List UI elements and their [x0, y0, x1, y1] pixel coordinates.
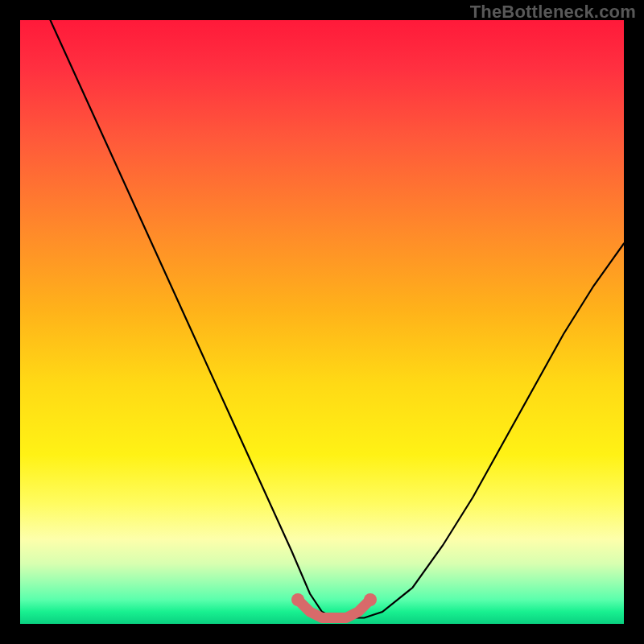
optimal-endpoint-dot — [291, 593, 304, 606]
watermark-text: TheBottleneck.com — [470, 2, 636, 23]
bottleneck-curve-path — [51, 20, 625, 618]
chart-svg — [20, 20, 624, 624]
plot-area — [20, 20, 624, 624]
optimal-endpoint-dot — [364, 593, 377, 606]
chart-frame: TheBottleneck.com — [0, 0, 644, 644]
optimal-zone-path — [298, 600, 370, 618]
